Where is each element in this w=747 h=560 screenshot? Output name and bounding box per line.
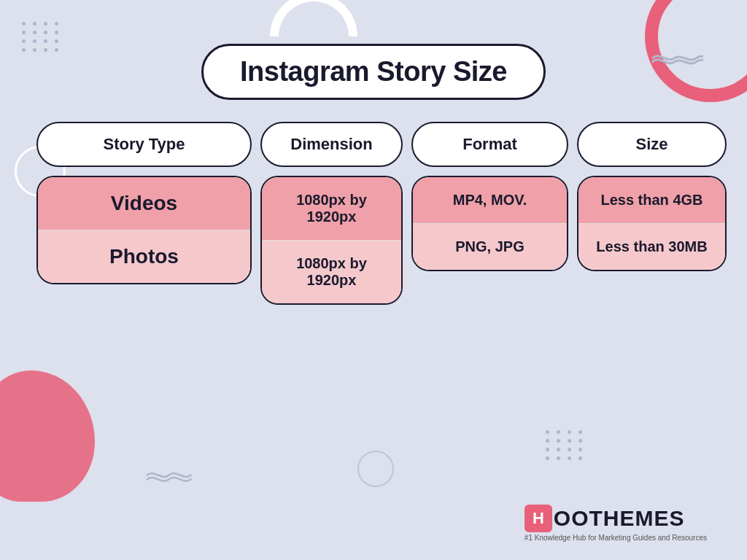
format-column: Format MP4, MOV. PNG, JPG — [411, 122, 568, 305]
size-column: Size Less than 4GB Less than 30MB — [577, 122, 727, 305]
story-type-column: Story Type Videos Photos — [36, 122, 252, 305]
size-data: Less than 4GB Less than 30MB — [577, 176, 727, 271]
page-title: Instagram Story Size — [240, 56, 507, 88]
story-type-header: Story Type — [36, 122, 252, 167]
format-data: MP4, MOV. PNG, JPG — [411, 176, 568, 271]
photos-format: PNG, JPG — [413, 224, 567, 270]
logo-tagline: #1 Knowledge Hub for Marketing Guides an… — [525, 534, 707, 542]
logo-icon-letter: H — [533, 509, 544, 528]
dimension-data: 1080px by 1920px 1080px by 1920px — [260, 176, 403, 305]
dimension-column: Dimension 1080px by 1920px 1080px by 192… — [260, 122, 403, 305]
dimension-header: Dimension — [260, 122, 403, 167]
videos-dimension: 1080px by 1920px — [262, 177, 401, 241]
videos-size: Less than 4GB — [578, 177, 725, 224]
story-type-data: Videos Photos — [36, 176, 252, 284]
logo-brand-name: OOTHEMES — [554, 506, 685, 531]
logo-icon: H — [525, 505, 552, 532]
format-header: Format — [411, 122, 568, 167]
info-table: Story Type Videos Photos Dimension 1080p… — [36, 122, 711, 305]
logo-wrapper: H OOTHEMES #1 Knowledge Hub for Marketin… — [525, 505, 707, 542]
videos-format: MP4, MOV. — [413, 177, 567, 224]
photos-size: Less than 30MB — [578, 224, 725, 270]
photos-row: Photos — [38, 230, 250, 283]
main-content: Instagram Story Size Story Type Videos P… — [36, 36, 711, 524]
page-title-box: Instagram Story Size — [201, 44, 546, 100]
size-header: Size — [577, 122, 727, 167]
videos-row: Videos — [38, 177, 250, 230]
arc-decoration-top — [270, 0, 357, 36]
photos-dimension: 1080px by 1920px — [262, 241, 401, 303]
logo-area: H OOTHEMES #1 Knowledge Hub for Marketin… — [525, 505, 707, 542]
